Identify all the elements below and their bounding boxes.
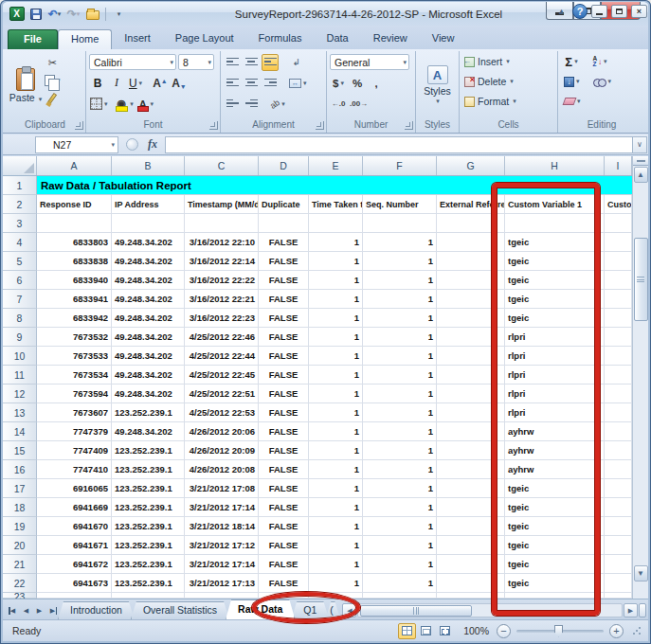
cell-D4[interactable]: FALSE <box>259 233 309 252</box>
cell-B22[interactable]: 123.252.239.1 <box>112 574 185 593</box>
cell-E7[interactable]: 1 <box>309 290 363 309</box>
align-center-button[interactable] <box>243 75 260 92</box>
select-all-button[interactable] <box>3 156 37 175</box>
save-button[interactable] <box>27 6 44 22</box>
cell-B2[interactable]: IP Address <box>112 195 185 214</box>
help-button[interactable]: ? <box>572 4 588 19</box>
open-button[interactable] <box>84 6 100 22</box>
cell-B11[interactable]: 49.248.34.202 <box>112 366 185 385</box>
cell-A4[interactable]: 6833803 <box>37 233 112 252</box>
cell-G15[interactable] <box>437 441 505 460</box>
row-header-7[interactable]: 7 <box>3 290 37 309</box>
cell-E8[interactable]: 1 <box>309 309 363 328</box>
cell-I2[interactable]: Custom Va <box>605 195 632 214</box>
ribbon-tab-view[interactable]: View <box>420 29 467 49</box>
row-header-21[interactable]: 21 <box>3 555 37 574</box>
horizontal-scroll-thumb[interactable] <box>360 605 472 617</box>
cell-I21[interactable] <box>605 555 632 574</box>
font-color-button[interactable]: A▾ <box>136 96 154 113</box>
cell-F17[interactable]: 1 <box>363 479 437 498</box>
cell-I14[interactable] <box>605 422 632 441</box>
cell-H17[interactable]: tgeic <box>505 479 605 498</box>
cell-G4[interactable] <box>437 233 505 252</box>
column-header-E[interactable]: E <box>309 156 363 175</box>
align-left-button[interactable] <box>224 75 241 92</box>
cell-C9[interactable]: 4/25/2012 22:46 <box>185 328 259 347</box>
page-break-view-button[interactable] <box>436 623 454 639</box>
align-middle-button[interactable] <box>243 54 260 71</box>
cell-E3[interactable] <box>309 214 363 233</box>
cell-E20[interactable]: 1 <box>309 536 363 555</box>
percent-style-button[interactable]: % <box>349 75 366 92</box>
cell-B9[interactable]: 49.248.34.202 <box>112 328 185 347</box>
cell-E17[interactable]: 1 <box>309 479 363 498</box>
cell-C17[interactable]: 3/21/2012 17:08 <box>185 479 259 498</box>
cell-D17[interactable]: FALSE <box>259 479 309 498</box>
orientation-button[interactable]: ab▾ <box>269 96 286 113</box>
vertical-scroll-track[interactable] <box>633 183 648 564</box>
format-cells-button[interactable]: Format▾ <box>464 92 554 111</box>
sheet-tab-q1[interactable]: Q1 <box>291 601 329 619</box>
column-header-B[interactable]: B <box>112 156 185 175</box>
row-header-8[interactable]: 8 <box>3 309 37 328</box>
next-sheet-button[interactable]: ▶ <box>33 603 45 618</box>
cell-A10[interactable]: 7673533 <box>37 347 112 366</box>
cell-H16[interactable]: ayhrw <box>505 460 605 479</box>
cell-D8[interactable]: FALSE <box>259 309 309 328</box>
cell-B21[interactable]: 123.252.239.1 <box>112 555 185 574</box>
cell-H6[interactable]: tgeic <box>505 271 605 290</box>
cell-B3[interactable] <box>112 214 185 233</box>
first-sheet-button[interactable]: ◀ <box>7 603 19 618</box>
cell-D22[interactable]: FALSE <box>259 574 309 593</box>
cell-B18[interactable]: 123.252.239.1 <box>112 498 185 517</box>
cell-D15[interactable]: FALSE <box>259 441 309 460</box>
cell-C14[interactable]: 4/26/2012 20:06 <box>185 422 259 441</box>
font-dialog-launcher[interactable] <box>209 121 218 130</box>
cell-B10[interactable]: 49.248.34.202 <box>112 347 185 366</box>
accounting-format-button[interactable]: $▾ <box>330 75 347 92</box>
cell-B12[interactable]: 49.248.34.202 <box>112 385 185 403</box>
column-header-D[interactable]: D <box>259 156 309 175</box>
cell-D20[interactable]: FALSE <box>259 536 309 555</box>
cell-E12[interactable]: 1 <box>309 385 363 403</box>
workbook-restore-button[interactable] <box>611 5 627 18</box>
cell-A22[interactable]: 6941673 <box>37 574 112 593</box>
cell-D14[interactable]: FALSE <box>259 422 309 441</box>
minimize-ribbon-button[interactable]: ▲ <box>554 5 569 19</box>
cell-C16[interactable]: 4/26/2012 20:08 <box>185 460 259 479</box>
cell-A9[interactable]: 7673532 <box>37 328 112 347</box>
cell-E5[interactable]: 1 <box>309 252 363 271</box>
workbook-minimize-button[interactable] <box>591 5 607 18</box>
row-header-1[interactable]: 1 <box>3 176 37 195</box>
cell-G8[interactable] <box>437 309 505 328</box>
ribbon-tab-review[interactable]: Review <box>361 29 420 49</box>
row-header-11[interactable]: 11 <box>3 366 37 385</box>
cell-I13[interactable] <box>605 403 632 422</box>
cell-F3[interactable] <box>363 214 437 233</box>
alignment-dialog-launcher[interactable] <box>316 121 324 130</box>
column-header-G[interactable]: G <box>437 156 505 175</box>
cell-H12[interactable]: rlpri <box>505 385 605 403</box>
cell-G22[interactable] <box>437 574 505 593</box>
cell-D18[interactable]: FALSE <box>259 498 309 517</box>
cell-E4[interactable]: 1 <box>309 233 363 252</box>
cell-F21[interactable]: 1 <box>363 555 437 574</box>
column-header-F[interactable]: F <box>363 156 437 175</box>
cell-A17[interactable]: 6916065 <box>37 479 112 498</box>
cell-A18[interactable]: 6941669 <box>37 498 112 517</box>
cell-G21[interactable] <box>437 555 505 574</box>
cell-A21[interactable]: 6941672 <box>37 555 112 574</box>
row-header-22[interactable]: 22 <box>3 574 37 593</box>
workbook-close-button[interactable]: × <box>631 5 647 18</box>
undo-button[interactable]: ↶▾ <box>46 6 63 22</box>
cell-A14[interactable]: 7747379 <box>37 422 112 441</box>
cell-I5[interactable] <box>605 252 632 271</box>
cell-E2[interactable]: Time Taken t <box>309 195 363 214</box>
cell-C11[interactable]: 4/25/2012 22:45 <box>185 366 259 385</box>
sheet-tab-introduction[interactable]: Introduction <box>58 601 135 619</box>
last-sheet-button[interactable]: ▶ <box>46 603 59 618</box>
sheet-tab-overall-statistics[interactable]: Overall Statistics <box>131 601 229 619</box>
row-header-13[interactable]: 13 <box>3 403 37 422</box>
number-dialog-launcher[interactable] <box>405 121 413 130</box>
sort-filter-button[interactable]: AZ↓▾ <box>591 53 608 70</box>
